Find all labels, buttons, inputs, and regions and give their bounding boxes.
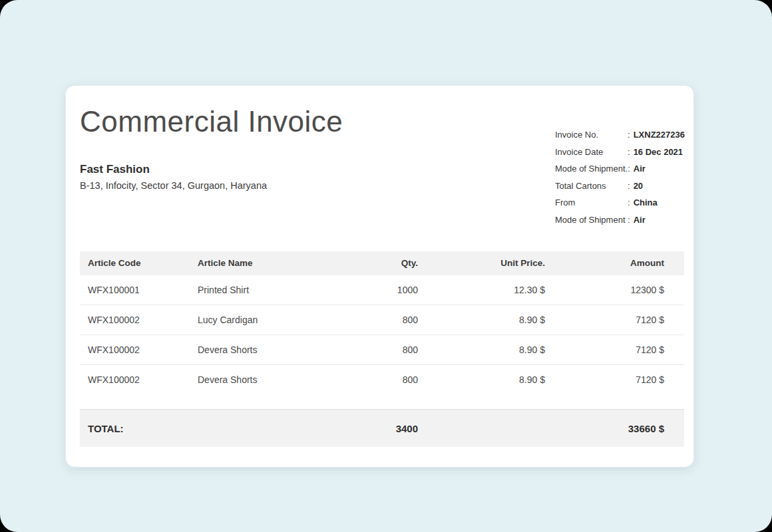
amount-cell: 7120 $ [553,305,684,335]
table-row: WFX100001Printed Shirt100012.30 $12300 $ [80,275,684,305]
total-label: TOTAL: [80,410,190,447]
meta-label: Invoice No. [555,130,628,141]
column-header-unit-price: Unit Price. [426,251,553,275]
meta-colon: : [628,130,630,141]
meta-colon: : [628,147,630,158]
invoice-card: Commercial Invoice Fast Fashion B-13, In… [65,85,694,467]
unit-price-cell: 12.30 $ [426,275,553,305]
total-spacer [190,410,309,447]
meta-value: LXNZ227236 [634,130,685,141]
article-code-cell: WFX100001 [80,275,190,305]
total-qty: 3400 [309,410,426,447]
amount-cell: 7120 $ [553,365,684,410]
total-amount: 33660 $ [553,410,684,447]
invoice-meta-list: Invoice No.:LXNZ227236Invoice Date:16 De… [555,130,683,231]
amount-cell: 12300 $ [553,275,684,305]
qty-cell: 800 [309,335,426,365]
meta-colon: : [628,181,630,192]
table-row: WFX100002Lucy Cardigan8008.90 $7120 $ [80,305,684,335]
meta-row: Invoice Date:16 Dec 2021 [555,147,683,158]
meta-colon: : [628,198,630,209]
qty-cell: 800 [309,365,426,410]
meta-row: Total Cartons:20 [555,181,683,192]
table-header-row: Article CodeArticle NameQty.Unit Price.A… [80,251,684,275]
meta-label: From [555,198,628,209]
column-header-amount: Amount [553,251,684,275]
article-name-cell: Printed Shirt [190,275,309,305]
qty-cell: 1000 [309,275,426,305]
meta-label: Total Cartons [555,181,628,192]
meta-row: Invoice No.:LXNZ227236 [555,130,683,141]
meta-colon: : [628,215,630,226]
article-name-cell: Lucy Cardigan [190,305,309,335]
meta-label: Mode of Shipment. [555,164,628,175]
meta-row: Mode of Shipment.:Air [555,164,683,175]
article-code-cell: WFX100002 [80,305,190,335]
article-name-cell: Devera Shorts [190,365,309,410]
column-header-article-code: Article Code [80,251,190,275]
meta-label: Mode of Shipment [555,215,628,226]
column-header-article-name: Article Name [190,251,309,275]
meta-value: China [634,198,658,209]
amount-cell: 7120 $ [553,335,684,365]
table-row: WFX100002Devera Shorts8008.90 $7120 $ [80,365,684,410]
qty-cell: 800 [309,305,426,335]
total-spacer [426,410,553,447]
meta-label: Invoice Date [555,147,628,158]
article-code-cell: WFX100002 [80,335,190,365]
page-background: Commercial Invoice Fast Fashion B-13, In… [0,0,772,532]
meta-row: Mode of Shipment:Air [555,215,683,226]
total-row: TOTAL: 3400 33660 $ [80,410,684,447]
meta-row: From:China [555,198,683,209]
unit-price-cell: 8.90 $ [426,305,553,335]
meta-value: 16 Dec 2021 [634,147,683,158]
article-name-cell: Devera Shorts [190,335,309,365]
unit-price-cell: 8.90 $ [426,365,553,410]
column-header-qty: Qty. [309,251,426,275]
meta-value: 20 [634,181,643,192]
meta-value: Air [634,215,646,226]
article-code-cell: WFX100002 [80,365,190,410]
meta-value: Air [634,164,646,175]
line-items-table: Article CodeArticle NameQty.Unit Price.A… [80,251,684,447]
unit-price-cell: 8.90 $ [426,335,553,365]
meta-colon: : [628,164,630,175]
table-row: WFX100002Devera Shorts8008.90 $7120 $ [80,335,684,365]
